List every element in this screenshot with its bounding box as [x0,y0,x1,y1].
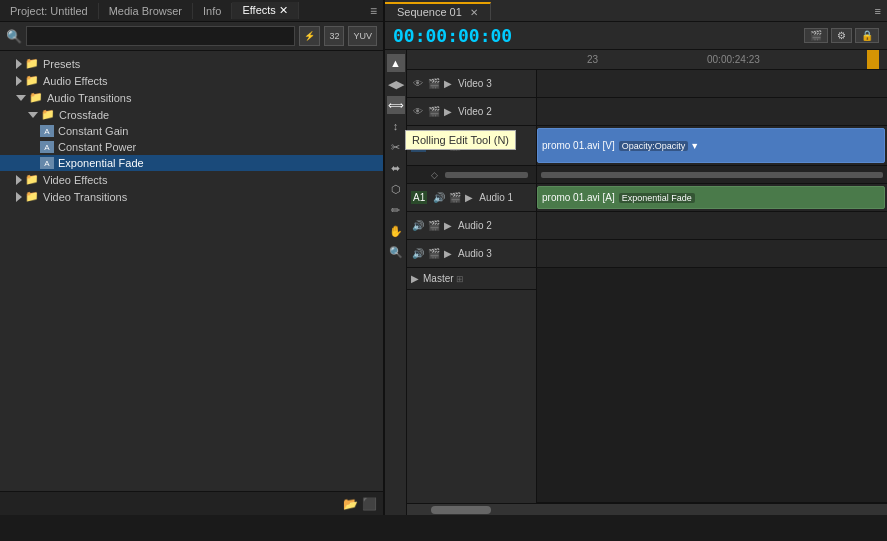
search-icon: 🔍 [6,29,22,44]
a1-label: Audio 1 [479,192,513,203]
master-expand-btn[interactable]: ▶ [411,273,419,284]
timeline-toolbar: 00:00:00:00 🎬 ⚙ 🔒 [385,22,887,50]
a1-expand-btn[interactable]: ▶ [465,192,473,203]
v2-controls: 👁 🎬 [411,105,441,119]
a1-clip-effect: Exponential Fade [619,193,695,203]
v1-effect-dropdown[interactable]: ▼ [690,141,699,151]
v2-label: Video 2 [458,106,492,117]
yuv-btn[interactable]: YUV [348,26,377,46]
timeline-content: 23 00:00:24:23 👁 🎬 [407,50,887,515]
expand-audio-effects-icon [16,76,22,86]
v3-film-icon[interactable]: 🎬 [427,77,441,91]
v3-controls: 👁 🎬 [411,77,441,91]
scrollbar-thumb[interactable] [431,506,491,514]
folder-new-icon[interactable]: 📂 [343,497,358,511]
timecode-display: 00:00:00:00 [393,25,512,46]
v3-expand-btn[interactable]: ▶ [444,78,452,89]
a3-expand-btn[interactable]: ▶ [444,248,452,259]
sequence-panel-menu[interactable]: ≡ [869,5,887,17]
tree-item-audio-effects[interactable]: 📁 Audio Effects [0,72,383,89]
master-icon: ⊞ [456,274,464,284]
lock-btn[interactable]: 🔒 [855,28,879,43]
left-tab-bar: Project: Untitled Media Browser Info Eff… [0,0,383,22]
v1-keyframe-track [541,172,883,178]
tree-item-audio-transitions[interactable]: 📁 Audio Transitions [0,89,383,106]
effects-panel: Project: Untitled Media Browser Info Eff… [0,0,385,515]
tree-item-presets[interactable]: 📁 Presets [0,55,383,72]
rolling-edit-tooltip: Rolling Edit Tool (N) [405,130,516,150]
slide-tool-btn[interactable]: ⬡ [387,180,405,198]
sequence-tab-bar: Sequence 01 ✕ ≡ [385,0,887,22]
a1-clip-block[interactable]: promo 01.avi [A] Exponential Fade [537,186,885,209]
tab-project[interactable]: Project: Untitled [0,3,99,19]
track-content-v1[interactable]: promo 01.avi [V] Opacity:Opacity ▼ [537,126,887,166]
track-content-a1[interactable]: promo 01.avi [A] Exponential Fade [537,184,887,212]
expand-video-transitions-icon [16,192,22,202]
sequence-01-tab[interactable]: Sequence 01 ✕ [385,2,491,20]
seq-tab-close[interactable]: ✕ [470,7,478,18]
track-label-v3: 👁 🎬 ▶ Video 3 [407,70,536,98]
track-content-area: promo 01.avi [V] Opacity:Opacity ▼ [537,70,887,503]
tab-info[interactable]: Info [193,3,232,19]
a1-clip-label: promo 01.avi [A] [542,192,615,203]
track-label-a2: 🔊 🎬 ▶ Audio 2 [407,212,536,240]
hand-tool-btn[interactable]: ✋ [387,222,405,240]
add-marker-btn[interactable]: 🎬 [804,28,828,43]
a2-film-icon[interactable]: 🎬 [427,219,441,233]
presets-folder-icon: 📁 [25,57,39,70]
search-input[interactable] [26,26,295,46]
rolling-edit-tool-btn[interactable]: ⟺ [387,96,405,114]
panel-menu-button[interactable]: ≡ [364,4,383,18]
v1-clip-block[interactable]: promo 01.avi [V] Opacity:Opacity ▼ [537,128,885,163]
a3-film-icon[interactable]: 🎬 [427,247,441,261]
v1-keyframe-icon[interactable]: ◇ [431,170,438,180]
tree-item-video-transitions[interactable]: 📁 Video Transitions [0,188,383,205]
selection-tool-btn[interactable]: ▲ [387,54,405,72]
v2-expand-btn[interactable]: ▶ [444,106,452,117]
sequence-panel: Sequence 01 ✕ ≡ 00:00:00:00 🎬 ⚙ 🔒 ▲ ◀▶ ⟺… [385,0,887,515]
v2-film-icon[interactable]: 🎬 [427,105,441,119]
track-content-v2 [537,98,887,126]
v2-eye-icon[interactable]: 👁 [411,105,425,119]
a1-film-icon[interactable]: 🎬 [448,191,462,205]
track-label-master: ▶ Master ⊞ [407,268,536,290]
a3-audio-icon[interactable]: 🔊 [411,247,425,261]
a2-expand-btn[interactable]: ▶ [444,220,452,231]
a1-controls: 🔊 🎬 [432,191,462,205]
expand-presets-icon [16,59,22,69]
accelerated-effects-btn[interactable]: ⚡ [299,26,320,46]
tree-item-constant-gain[interactable]: A Constant Gain [0,123,383,139]
effect-icon-constant-power: A [40,141,54,153]
32bit-btn[interactable]: 32 [324,26,344,46]
v1-clip-label: promo 01.avi [V] [542,140,615,151]
a1-audio-icon[interactable]: 🔊 [432,191,446,205]
v3-eye-icon[interactable]: 👁 [411,77,425,91]
v1-keyframe-bar [445,172,528,178]
zoom-tool-btn[interactable]: 🔍 [387,243,405,261]
tab-media-browser[interactable]: Media Browser [99,3,193,19]
pen-tool-btn[interactable]: ✏ [387,201,405,219]
track-content-v1-keys [537,166,887,184]
slip-tool-btn[interactable]: ⬌ [387,159,405,177]
ripple-edit-tool-btn[interactable]: ◀▶ [387,75,405,93]
track-label-a3: 🔊 🎬 ▶ Audio 3 [407,240,536,268]
tree-item-video-effects[interactable]: 📁 Video Effects [0,171,383,188]
tree-item-constant-power[interactable]: A Constant Power [0,139,383,155]
tab-effects-close[interactable]: ✕ [279,4,288,16]
panel-settings-icon[interactable]: ⬛ [362,497,377,511]
tree-item-exponential-fade[interactable]: A Exponential Fade [0,155,383,171]
effect-icon-exponential-fade: A [40,157,54,169]
a3-label: Audio 3 [458,248,492,259]
time-marker-1: 23 [587,54,598,65]
a2-controls: 🔊 🎬 [411,219,441,233]
timeline-scrollbar[interactable] [407,503,887,515]
tab-effects[interactable]: Effects ✕ [232,2,299,19]
timeline-tools-sidebar: ▲ ◀▶ ⟺ ↕ ✂ ⬌ ⬡ ✏ ✋ 🔍 [385,50,407,515]
time-marker-2: 00:00:24:23 [707,54,760,65]
a2-audio-icon[interactable]: 🔊 [411,219,425,233]
rate-stretch-tool-btn[interactable]: ↕ [387,117,405,135]
settings-btn[interactable]: ⚙ [831,28,852,43]
crossfade-folder-icon: 📁 [41,108,55,121]
tree-item-crossfade[interactable]: 📁 Crossfade [0,106,383,123]
razor-tool-btn[interactable]: ✂ [387,138,405,156]
